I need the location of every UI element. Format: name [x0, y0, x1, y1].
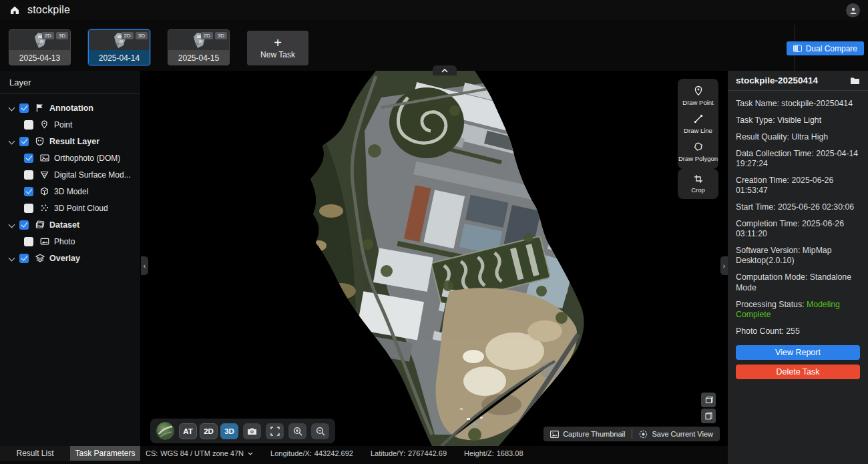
collapse-right-panel-tab[interactable]: › [720, 256, 728, 275]
task-strip: 2D 3D 2025-04-13 2D 3D 2025-04-14 2D [0, 20, 868, 71]
mode-2d-button[interactable]: 2D [200, 423, 218, 439]
fit-view-button[interactable] [266, 423, 284, 439]
new-task-label: New Task [260, 50, 295, 59]
user-icon [849, 7, 857, 15]
dual-compare-icon [793, 45, 802, 52]
layer-item-orthophoto[interactable]: Orthophoto (DOM) [0, 150, 140, 166]
task-details-panel: stockpile-20250414 Task Name: stockpile-… [728, 71, 868, 464]
chevron-left-icon: ‹ [144, 262, 146, 270]
zoom-in-button[interactable] [288, 423, 306, 439]
task-card-2025-04-13[interactable]: 2D 3D 2025-04-13 [9, 29, 71, 65]
detail-row: Start Time: 2025-06-26 02:30:06 [736, 202, 860, 212]
top-header: stockpile [0, 0, 868, 20]
draw-point-icon [693, 85, 704, 96]
result-layer-checkbox[interactable] [19, 137, 29, 146]
mode-at-label: AT [183, 427, 192, 435]
details-body: Task Name: stockpile-20250414 Task Type:… [728, 91, 868, 379]
save-current-view-label: Save Current View [652, 430, 713, 438]
layer-label: Annotation [49, 103, 93, 113]
save-current-view-button[interactable]: Save Current View [632, 427, 720, 441]
app-window: stockpile 2D 3D 2025-04-13 2D [0, 0, 868, 464]
orthophoto-map[interactable] [141, 71, 728, 446]
layer-item-3d-model[interactable]: 3D Model [0, 183, 140, 200]
dual-compare-button[interactable]: Dual Compare [787, 41, 864, 55]
layer-group-dataset[interactable]: Dataset [0, 216, 140, 233]
screenshot-button[interactable] [243, 423, 261, 439]
new-task-button[interactable]: + New Task [247, 31, 308, 65]
detail-row: Software Version: MipMap Desktop(2.0.10) [736, 246, 860, 266]
tab-task-parameters[interactable]: Task Parameters [70, 446, 140, 461]
layer-item-point-cloud[interactable]: 3D Point Cloud [0, 200, 140, 216]
overlay-checkbox[interactable] [19, 254, 29, 263]
layer-group-overlay[interactable]: Overlay [0, 250, 140, 266]
layer-label: Orthophoto (DOM) [54, 154, 120, 163]
camera-icon [247, 427, 257, 435]
layer-label: Point [54, 120, 72, 130]
detail-row: Photo Count: 255 [736, 326, 860, 336]
layer-tree: Annotation Point Result Layer [0, 94, 140, 266]
collapse-left-panel-tab[interactable]: ‹ [141, 256, 148, 275]
capture-thumbnail-button[interactable]: Capture Thumbnail [544, 427, 632, 441]
chevron-down-icon[interactable] [9, 255, 15, 262]
open-folder-button[interactable] [850, 77, 860, 85]
result-layer-icon [35, 136, 45, 146]
dsm-checkbox[interactable] [24, 170, 33, 180]
task-card-2025-04-14[interactable]: 2D 3D 2025-04-14 [88, 29, 150, 65]
dual-compare-label: Dual Compare [806, 44, 857, 53]
user-avatar[interactable] [846, 3, 860, 17]
fit-view-icon [270, 427, 280, 436]
point-cloud-icon [39, 203, 49, 213]
dataset-checkbox[interactable] [19, 220, 29, 230]
layer-item-photo[interactable]: Photo [0, 233, 140, 250]
detail-row: Task Type: Visible Light [736, 115, 860, 126]
point-cloud-checkbox[interactable] [24, 204, 33, 213]
tab-result-list[interactable]: Result List [0, 446, 70, 461]
height-readout: Height/Z:1683.08 [464, 449, 523, 457]
perspective-view-button[interactable] [701, 393, 716, 407]
ortho-view-button[interactable] [701, 409, 716, 423]
crop-button[interactable]: Crop [691, 174, 705, 194]
chevron-down-icon[interactable] [9, 222, 15, 228]
chevron-down-icon[interactable] [9, 138, 15, 145]
longitude-readout: Longitude/X:443242.692 [270, 449, 353, 457]
layer-item-point[interactable]: Point [0, 116, 140, 133]
badge-2d: 2D [122, 32, 134, 39]
layer-group-result-layer[interactable]: Result Layer [0, 133, 140, 150]
task-card-2025-04-15[interactable]: 2D 3D 2025-04-15 [168, 29, 230, 65]
layer-item-dsm[interactable]: Digital Surface Mod... [0, 166, 140, 183]
basemap-thumbnail[interactable] [156, 422, 174, 440]
mode-3d-button[interactable]: 3D [220, 423, 238, 439]
layer-group-annotation[interactable]: Annotation [0, 99, 140, 116]
delete-task-button[interactable]: Delete Task [736, 365, 860, 379]
draw-polygon-label: Draw Polygon [678, 155, 718, 162]
draw-polygon-button[interactable]: Draw Polygon [678, 142, 718, 162]
coordinate-system[interactable]: CS: WGS 84 / UTM zone 47N [146, 449, 253, 457]
draw-line-button[interactable]: Draw Line [684, 113, 712, 134]
cube-outline-icon [704, 396, 713, 405]
crop-icon [694, 174, 703, 184]
layer-label: Photo [54, 237, 75, 246]
view-report-button[interactable]: View Report [736, 345, 860, 360]
draw-point-button[interactable]: Draw Point [682, 85, 713, 106]
home-button[interactable] [8, 3, 21, 17]
task-date: 2025-04-15 [168, 50, 229, 65]
model-checkbox[interactable] [24, 187, 33, 196]
capture-pill: Capture Thumbnail Save Current View [544, 427, 720, 441]
zoom-out-button[interactable] [311, 423, 329, 439]
photo-icon [39, 236, 49, 246]
cube-solid-icon [704, 412, 713, 421]
photo-stack-icon [35, 220, 45, 230]
mode-at-button[interactable]: AT [179, 423, 197, 439]
annotation-checkbox[interactable] [19, 103, 29, 113]
point-checkbox[interactable] [24, 120, 33, 130]
chevron-down-icon[interactable] [248, 452, 253, 455]
draw-point-label: Draw Point [682, 99, 713, 106]
orthophoto-checkbox[interactable] [24, 154, 33, 163]
draw-line-icon [693, 113, 704, 124]
mode-3d-label: 3D [224, 427, 234, 435]
badge-2d: 2D [201, 32, 213, 39]
view-toolbar: AT 2D 3D [150, 419, 335, 443]
collapse-strip-tab[interactable] [433, 65, 457, 75]
chevron-down-icon[interactable] [9, 105, 15, 111]
photo-checkbox[interactable] [24, 237, 33, 246]
